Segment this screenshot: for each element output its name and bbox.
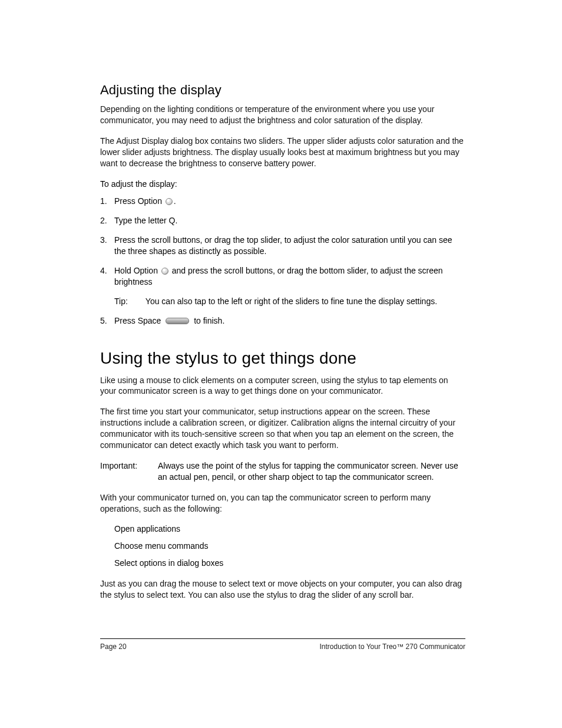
bullet-item: Select options in dialog boxes xyxy=(114,558,465,569)
ordered-steps: Press Option . Type the letter Q. Press … xyxy=(100,196,465,326)
page-footer: Page 20 Introduction to Your Treo™ 270 C… xyxy=(100,638,465,651)
procedure-heading: To adjust the display: xyxy=(100,179,465,189)
option-key-icon xyxy=(161,268,168,275)
tip-label: Tip: xyxy=(114,296,128,307)
bullet-list: Open applications Choose menu commands S… xyxy=(114,523,465,569)
footer-title: Introduction to Your Treo™ 270 Communica… xyxy=(320,643,465,651)
step-text: Press Space xyxy=(114,316,163,325)
note-text: Always use the point of the stylus for t… xyxy=(158,460,465,483)
step-item: Hold Option and press the scroll buttons… xyxy=(100,265,465,307)
note-label: Important: xyxy=(100,460,146,483)
step-item: Press the scroll buttons, or drag the to… xyxy=(100,235,465,257)
tip-text: You can also tap to the left or right of… xyxy=(146,296,465,307)
space-key-icon xyxy=(166,318,189,324)
step-item: Press Option . xyxy=(100,196,465,207)
step-item: Press Space to finish. xyxy=(100,315,465,327)
page-content: Adjusting the display Depending on the l… xyxy=(100,83,465,610)
section-heading-stylus: Using the stylus to get things done xyxy=(100,349,465,368)
step-text: to finish. xyxy=(191,316,224,325)
bullet-item: Open applications xyxy=(114,523,465,535)
step-item: Type the letter Q. xyxy=(100,215,465,226)
important-note: Important: Always use the point of the s… xyxy=(100,460,465,483)
paragraph: With your communicator turned on, you ca… xyxy=(100,492,465,515)
paragraph: Depending on the lighting conditions or … xyxy=(100,104,465,126)
tip-row: Tip: You can also tap to the left or rig… xyxy=(114,296,465,307)
option-key-icon xyxy=(166,198,173,205)
bullet-item: Choose menu commands xyxy=(114,541,465,552)
paragraph: The first time you start your communicat… xyxy=(100,406,465,451)
paragraph: Like using a mouse to click elements on … xyxy=(100,375,465,397)
page-number: Page 20 xyxy=(100,643,127,651)
step-text: Press Option xyxy=(114,196,164,206)
paragraph: The Adjust Display dialog box contains t… xyxy=(100,136,465,169)
paragraph: Just as you can drag the mouse to select… xyxy=(100,578,465,601)
section-heading-adjusting-display: Adjusting the display xyxy=(100,83,465,98)
step-text: . xyxy=(174,196,176,206)
step-text: Hold Option xyxy=(114,266,160,275)
footer-divider xyxy=(100,638,465,639)
